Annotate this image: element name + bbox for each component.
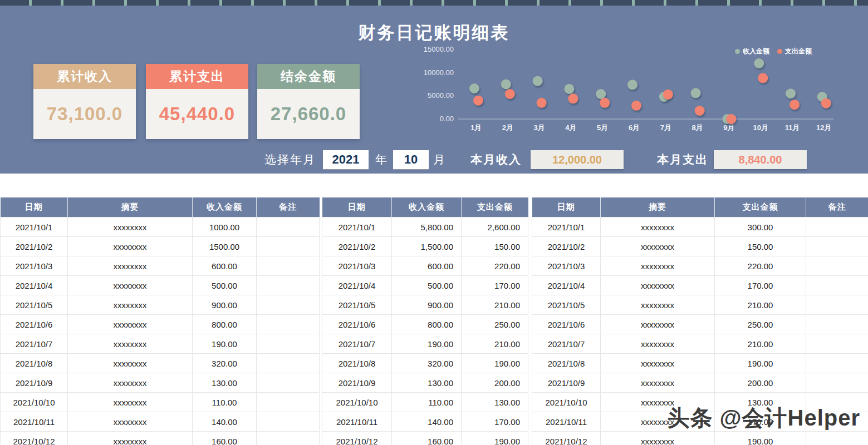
cell[interactable]: 2021/10/5 — [322, 295, 392, 315]
cell[interactable] — [806, 432, 868, 445]
cell[interactable]: 110.00 — [193, 393, 257, 412]
cell[interactable]: 2021/10/8 — [532, 354, 601, 373]
cell[interactable]: 200.00 — [715, 373, 806, 393]
cell[interactable]: xxxxxxxx — [68, 295, 193, 315]
cell[interactable]: 220.00 — [715, 256, 806, 276]
cell[interactable]: 2021/10/11 — [532, 412, 601, 432]
cell[interactable]: 140.00 — [392, 412, 462, 432]
column-header[interactable]: 收入金额 — [392, 197, 462, 217]
cell[interactable]: 2021/10/4 — [1, 276, 68, 295]
cell[interactable]: 1,500.00 — [392, 237, 462, 256]
cell[interactable]: 500.00 — [193, 276, 257, 295]
cell[interactable] — [257, 276, 320, 295]
cell[interactable]: 600.00 — [193, 256, 257, 276]
cell[interactable]: 130.00 — [193, 373, 257, 393]
column-header[interactable]: 备注 — [257, 197, 320, 217]
cell[interactable] — [806, 256, 868, 276]
cell[interactable]: 200.00 — [462, 373, 528, 393]
cell[interactable]: xxxxxxxx — [68, 315, 193, 334]
cell[interactable]: 2021/10/6 — [532, 315, 601, 334]
cell[interactable] — [257, 237, 320, 256]
cell[interactable]: 170.00 — [462, 276, 528, 295]
cell[interactable]: 160.00 — [392, 432, 462, 445]
column-header[interactable]: 支出金额 — [462, 197, 528, 217]
cell[interactable]: 2021/10/9 — [322, 373, 392, 393]
cell[interactable]: xxxxxxxx — [601, 256, 715, 276]
column-header[interactable]: 日期 — [1, 197, 68, 217]
cell[interactable]: xxxxxxxx — [68, 276, 193, 295]
cell[interactable]: 1000.00 — [193, 217, 257, 237]
cell[interactable]: 190.00 — [462, 432, 528, 445]
column-header[interactable]: 日期 — [322, 197, 392, 217]
cell[interactable]: 210.00 — [462, 295, 528, 315]
cell[interactable]: xxxxxxxx — [601, 217, 715, 237]
cell[interactable]: 600.00 — [392, 256, 462, 276]
cell[interactable]: 800.00 — [392, 315, 462, 334]
cell[interactable]: 130.00 — [392, 373, 462, 393]
cell[interactable]: xxxxxxxx — [68, 393, 193, 412]
cell[interactable] — [257, 334, 320, 354]
cell[interactable]: 2021/10/10 — [532, 393, 601, 412]
cell[interactable]: 170.00 — [715, 276, 806, 295]
month-income-value[interactable]: 12,000.00 — [531, 150, 624, 169]
cell[interactable]: xxxxxxxx — [601, 334, 715, 354]
cell[interactable]: 2021/10/12 — [322, 432, 392, 445]
cell[interactable]: xxxxxxxx — [68, 237, 193, 256]
column-header[interactable]: 备注 — [806, 197, 868, 217]
cell[interactable] — [806, 217, 868, 237]
cell[interactable]: 5,800.00 — [392, 217, 462, 237]
cell[interactable]: 2021/10/4 — [532, 276, 601, 295]
cell[interactable]: 800.00 — [193, 315, 257, 334]
cell[interactable]: xxxxxxxx — [601, 276, 715, 295]
cell[interactable]: xxxxxxxx — [68, 217, 193, 237]
cell[interactable]: 160.00 — [193, 432, 257, 445]
cell[interactable]: 250.00 — [462, 315, 528, 334]
cell[interactable] — [257, 354, 320, 373]
column-header[interactable]: 摘要 — [601, 197, 715, 217]
cell[interactable]: xxxxxxxx — [68, 373, 193, 393]
column-header[interactable]: 摘要 — [68, 197, 193, 217]
cell[interactable]: 2021/10/3 — [322, 256, 392, 276]
cell[interactable]: 2021/10/5 — [532, 295, 601, 315]
cell[interactable]: xxxxxxxx — [68, 432, 193, 445]
cell[interactable]: 2021/10/3 — [532, 256, 601, 276]
cell[interactable] — [257, 315, 320, 334]
cell[interactable]: 2021/10/7 — [1, 334, 68, 354]
cell[interactable]: 210.00 — [462, 334, 528, 354]
cell[interactable]: 250.00 — [715, 315, 806, 334]
column-header[interactable]: 收入金额 — [193, 197, 257, 217]
cell[interactable]: 190.00 — [392, 334, 462, 354]
cell[interactable]: 2021/10/6 — [322, 315, 392, 334]
cell[interactable]: 2021/10/1 — [532, 217, 601, 237]
cell[interactable]: 2021/10/10 — [322, 393, 392, 412]
year-input-cell[interactable]: 2021 — [323, 150, 369, 170]
cell[interactable]: 2021/10/12 — [1, 432, 68, 445]
cell[interactable]: 320.00 — [193, 354, 257, 373]
cell[interactable]: 210.00 — [715, 295, 806, 315]
cell[interactable] — [257, 373, 320, 393]
cell[interactable]: 320.00 — [392, 354, 462, 373]
cell[interactable]: 2021/10/1 — [322, 217, 392, 237]
cell[interactable]: 130.00 — [462, 393, 528, 412]
cell[interactable]: xxxxxxxx — [601, 315, 715, 334]
cell[interactable]: 2021/10/10 — [1, 393, 68, 412]
cell[interactable]: 2021/10/9 — [532, 373, 601, 393]
cell[interactable]: xxxxxxxx — [601, 373, 715, 393]
cell[interactable] — [806, 334, 868, 354]
cell[interactable]: xxxxxxxx — [68, 334, 193, 354]
cell[interactable]: 2021/10/7 — [322, 334, 392, 354]
cell[interactable]: 140.00 — [193, 412, 257, 432]
cell[interactable] — [806, 237, 868, 256]
cell[interactable]: 2021/10/2 — [322, 237, 392, 256]
cell[interactable]: 210.00 — [715, 334, 806, 354]
cell[interactable]: xxxxxxxx — [601, 354, 715, 373]
cell[interactable]: 220.00 — [462, 256, 528, 276]
cell[interactable] — [257, 217, 320, 237]
cell[interactable]: 2021/10/11 — [322, 412, 392, 432]
cell[interactable]: 300.00 — [715, 217, 806, 237]
cell[interactable] — [806, 373, 868, 393]
cell[interactable]: 2021/10/12 — [532, 432, 601, 445]
month-expense-value[interactable]: 8,840.00 — [714, 150, 807, 169]
cell[interactable]: 2,600.00 — [462, 217, 528, 237]
cell[interactable]: 2021/10/8 — [1, 354, 68, 373]
